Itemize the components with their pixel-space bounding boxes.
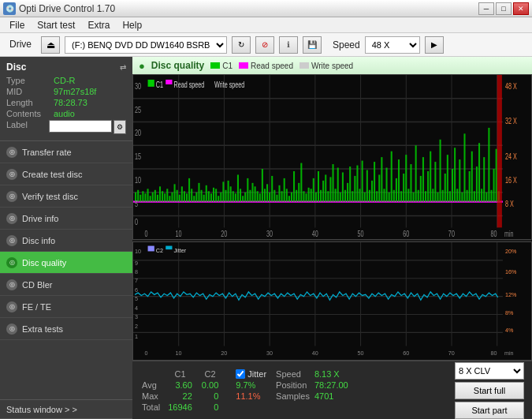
svg-rect-127	[407, 189, 409, 201]
svg-rect-231	[148, 246, 154, 252]
sidebar-item-disc-quality[interactable]: ◎ Disc quality	[0, 252, 132, 274]
svg-rect-133	[422, 157, 424, 202]
svg-text:20: 20	[221, 230, 227, 239]
drive-save-button[interactable]: 💾	[303, 36, 322, 54]
disc-info-icon: ◎	[6, 235, 17, 246]
minimize-button[interactable]: ─	[478, 2, 494, 15]
stats-table: C1 C2 Jitter Speed 8.13 X Avg 3.60 0.00	[139, 368, 348, 413]
drivebar: Drive ⏏ (F:) BENQ DVD DD DW1640 BSRB ↻ ⊘…	[0, 33, 532, 57]
svg-rect-32	[177, 190, 178, 202]
jitter-checkbox[interactable]	[236, 369, 245, 379]
sidebar-item-transfer-rate-label: Transfer rate	[22, 148, 72, 157]
svg-text:15: 15	[135, 152, 141, 162]
svg-text:5: 5	[135, 199, 138, 208]
svg-rect-93	[325, 174, 326, 201]
svg-rect-109	[364, 193, 366, 202]
legend-write-speed: Write speed	[299, 62, 353, 70]
start-full-button[interactable]: Start full	[455, 382, 524, 399]
disc-mid-row: MID 97m27s18f	[6, 87, 126, 96]
svg-rect-58	[240, 189, 241, 201]
verify-test-disc-icon: ◎	[6, 191, 17, 202]
sidebar-item-cd-bler[interactable]: ◎ CD Bler	[0, 274, 132, 296]
svg-rect-46	[210, 193, 212, 201]
svg-text:70: 70	[448, 230, 455, 239]
svg-rect-148	[459, 159, 460, 202]
svg-rect-118	[386, 168, 388, 202]
svg-rect-68	[264, 189, 266, 201]
titlebar: 💿 Opti Drive Control 1.70 ─ □ ✕	[0, 0, 532, 17]
svg-rect-87	[311, 189, 312, 201]
menu-extra[interactable]: Extra	[81, 18, 116, 32]
svg-rect-71	[271, 176, 273, 202]
drive-refresh-button[interactable]: ↻	[232, 36, 251, 54]
svg-rect-141	[442, 190, 444, 202]
drive-select[interactable]: (F:) BENQ DVD DD DW1640 BSRB	[65, 36, 227, 54]
svg-rect-110	[366, 170, 368, 201]
drive-info-button[interactable]: ℹ	[279, 36, 298, 54]
legend-c1-color	[210, 62, 220, 69]
svg-rect-165	[497, 75, 502, 227]
svg-text:Read speed: Read speed	[174, 80, 205, 90]
svg-rect-143	[447, 155, 448, 202]
maximize-button[interactable]: □	[496, 2, 512, 15]
svg-text:4%: 4%	[505, 327, 514, 334]
svg-rect-28	[166, 189, 168, 201]
btn-panel: 8 X CLV 4 X CLV 16 X CLV MAX Start full …	[455, 362, 526, 419]
svg-rect-107	[359, 189, 361, 201]
svg-rect-154	[474, 191, 475, 201]
svg-rect-35	[184, 191, 185, 201]
svg-rect-51	[222, 181, 224, 201]
menu-help[interactable]: Help	[116, 18, 148, 32]
menu-start-test[interactable]: Start test	[31, 18, 81, 32]
speed-arrow-button[interactable]: ▶	[425, 36, 444, 54]
sidebar-item-transfer-rate[interactable]: ◎ Transfer rate	[0, 141, 132, 163]
fe-te-icon: ◎	[6, 301, 17, 312]
sidebar-item-drive-info[interactable]: ◎ Drive info	[0, 208, 132, 230]
svg-rect-146	[454, 148, 456, 201]
sidebar-item-disc-info[interactable]: ◎ Disc info	[0, 230, 132, 252]
disc-arrow-icon[interactable]: ⇄	[120, 63, 126, 72]
svg-rect-120	[391, 152, 392, 202]
svg-text:4: 4	[135, 305, 139, 312]
svg-rect-37	[188, 178, 190, 202]
status-window-button[interactable]: Status window > >	[0, 400, 132, 419]
svg-rect-131	[418, 190, 419, 202]
cd-bler-icon: ◎	[6, 279, 17, 290]
sidebar-item-fe-te[interactable]: ◎ FE / TE	[0, 296, 132, 318]
svg-text:20: 20	[221, 350, 227, 357]
disc-label-gear-icon[interactable]: ⚙	[113, 120, 126, 134]
max-c2: 0	[197, 391, 223, 402]
svg-rect-48	[215, 189, 217, 201]
sidebar-item-extra-tests[interactable]: ◎ Extra tests	[0, 318, 132, 340]
svg-text:12%: 12%	[505, 291, 517, 298]
disc-header: Disc ⇄	[6, 62, 126, 73]
c2-chart-svg: 10 9 8 7 6 5 4 3 2 1 0 10 20 30 40 50	[133, 242, 531, 360]
start-part-button[interactable]: Start part	[455, 402, 524, 419]
speed-select[interactable]: 48 X 40 X 32 X 24 X 16 X	[365, 36, 420, 54]
svg-text:25: 25	[135, 105, 141, 114]
avg-jitter: 9.7%	[231, 380, 271, 391]
drive-erase-button[interactable]: ⊘	[255, 36, 274, 54]
titlebar-left: 💿 Opti Drive Control 1.70	[3, 2, 115, 15]
svg-rect-26	[162, 191, 163, 201]
menu-file[interactable]: File	[3, 18, 31, 32]
svg-rect-44	[206, 185, 207, 202]
speed-dropdown[interactable]: 8 X CLV 4 X CLV 16 X CLV MAX	[455, 362, 524, 380]
svg-rect-145	[452, 169, 453, 202]
sidebar-item-verify-test-disc[interactable]: ◎ Verify test disc	[0, 185, 132, 208]
close-button[interactable]: ✕	[513, 2, 529, 15]
svg-rect-116	[381, 157, 382, 202]
svg-rect-76	[284, 178, 285, 202]
svg-text:6: 6	[135, 286, 138, 294]
disc-label-input[interactable]	[49, 120, 112, 133]
charts-area: 30 25 20 15 10 5 0 0 10 20 30 40 50 60 7…	[132, 74, 532, 361]
svg-rect-163	[496, 149, 497, 202]
drive-eject-icon[interactable]: ⏏	[41, 36, 60, 54]
svg-rect-69	[266, 184, 268, 201]
svg-rect-39	[193, 196, 195, 201]
sidebar-item-create-test-disc[interactable]: ◎ Create test disc	[0, 163, 132, 185]
jitter-checkbox-label[interactable]: Jitter	[236, 369, 266, 379]
svg-rect-114	[376, 191, 378, 201]
svg-rect-102	[347, 183, 348, 202]
svg-text:5: 5	[135, 295, 138, 302]
